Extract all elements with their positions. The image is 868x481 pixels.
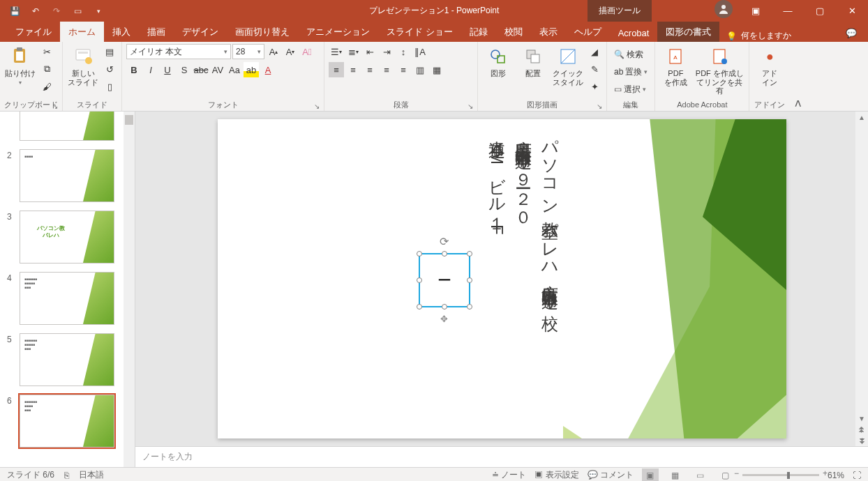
underline-icon[interactable]: U — [160, 62, 175, 77]
scroll-up-icon[interactable]: ▲ — [855, 112, 868, 123]
tell-me-search[interactable]: 💡 何をしますか — [726, 30, 791, 42]
collapse-ribbon-icon[interactable]: ᴧ — [790, 96, 805, 109]
resize-handle-bl[interactable] — [417, 304, 422, 310]
decrease-font-icon[interactable]: A▾ — [283, 44, 298, 59]
tab-format[interactable]: 図形の書式 — [657, 22, 719, 42]
thumbnail-5[interactable]: 5■■■■■■■■■■■■■■ — [0, 329, 135, 390]
tab-view[interactable]: 表示 — [531, 22, 566, 42]
redo-icon[interactable]: ↷ — [46, 1, 67, 22]
language-status[interactable]: 日本語 — [79, 469, 104, 481]
bold-icon[interactable]: B — [126, 62, 142, 77]
arrange-button[interactable]: 配置 — [517, 44, 549, 78]
shape-effects-icon[interactable]: ✦ — [587, 79, 602, 94]
save-icon[interactable]: 💾 — [4, 1, 25, 22]
layout-icon[interactable]: ▤ — [102, 44, 117, 59]
replace-button[interactable]: ab置換▾ — [611, 64, 650, 79]
autofit-options-icon[interactable]: ✥ — [440, 314, 448, 324]
tab-record[interactable]: 記録 — [461, 22, 496, 42]
numbering-icon[interactable]: ≣▾ — [345, 44, 361, 59]
create-pdf-button[interactable]: A PDF を作成 — [659, 44, 691, 86]
drawing-launcher-icon[interactable]: ↘ — [597, 102, 602, 110]
normal-view-icon[interactable]: ▣ — [642, 468, 659, 482]
slide-thumbnail-pane[interactable]: ■■■■■■■■■■ 2■■■■ 3パソコン教 パレハ 4■■■■■■■■■■■… — [0, 112, 135, 467]
resize-handle-t[interactable] — [442, 251, 447, 257]
tab-help[interactable]: ヘルプ — [566, 22, 610, 42]
zoom-slider[interactable] — [742, 474, 819, 476]
slideshow-view-icon[interactable]: ▢ — [717, 468, 734, 482]
italic-icon[interactable]: I — [143, 62, 158, 77]
decrease-indent-icon[interactable]: ⇤ — [362, 44, 377, 59]
resize-handle-br[interactable] — [467, 304, 472, 310]
textbox-content[interactable]: ー — [437, 271, 451, 290]
change-case-icon[interactable]: Aa — [227, 62, 242, 77]
columns-icon[interactable]: ▥ — [412, 62, 428, 77]
thumbnail-4[interactable]: 4■■■■■■■■■■■■■■ — [0, 268, 135, 329]
bullets-icon[interactable]: ☰▾ — [329, 44, 344, 59]
minimize-icon[interactable]: ― — [772, 0, 804, 22]
quick-styles-button[interactable]: クイック スタイル — [552, 44, 584, 86]
thumbnail-2[interactable]: 2■■■■ — [0, 145, 135, 206]
tab-slideshow[interactable]: スライド ショー — [378, 22, 461, 42]
justify-icon[interactable]: ≡ — [379, 62, 394, 77]
paste-button[interactable]: 貼り付け ▾ — [4, 44, 36, 86]
tab-home[interactable]: ホーム — [60, 22, 104, 42]
increase-indent-icon[interactable]: ⇥ — [379, 44, 394, 59]
ribbon-display-options-icon[interactable]: ▣ — [740, 0, 772, 22]
notes-pane[interactable]: ノートを入力 — [135, 446, 868, 467]
font-size-combo[interactable]: 28▾ — [232, 44, 264, 59]
tab-file[interactable]: ファイル — [7, 22, 60, 42]
close-icon[interactable]: ✕ — [836, 0, 868, 22]
resize-handle-b[interactable] — [442, 304, 447, 310]
font-name-combo[interactable]: メイリオ 本文▾ — [126, 44, 231, 59]
display-settings-toggle[interactable]: ▣ 表示設定 — [534, 469, 578, 481]
increase-font-icon[interactable]: A▴ — [266, 44, 281, 59]
start-from-beginning-icon[interactable]: ▭ — [67, 1, 88, 22]
rotation-handle-icon[interactable]: ⟳ — [440, 235, 449, 248]
addins-button[interactable]: ● アド イン — [754, 44, 786, 86]
format-painter-icon[interactable]: 🖌 — [39, 79, 54, 94]
line-spacing-icon[interactable]: ↕ — [396, 44, 411, 59]
clipboard-launcher-icon[interactable]: ↘ — [52, 102, 58, 110]
scroll-down-icon[interactable]: ▼ — [855, 413, 868, 424]
clear-formatting-icon[interactable]: A⃠ — [299, 44, 315, 59]
strikethrough-icon[interactable]: abc — [193, 62, 209, 77]
tab-animations[interactable]: アニメーション — [298, 22, 378, 42]
reset-icon[interactable]: ↺ — [102, 61, 117, 77]
account-avatar-icon[interactable] — [714, 0, 733, 18]
font-launcher-icon[interactable]: ↘ — [314, 102, 320, 110]
slide-canvas[interactable]: パソコン教室パレハ広島市中区本通り校 広島県広島市中区本通り９ー２０ 本通りMビ… — [218, 119, 786, 438]
tab-insert[interactable]: 挿入 — [104, 22, 139, 42]
paragraph-launcher-icon[interactable]: ↘ — [467, 102, 473, 110]
comments-toggle[interactable]: 💬 コメント — [588, 469, 634, 481]
smartart-icon[interactable]: ▦ — [429, 62, 444, 77]
tab-draw[interactable]: 描画 — [139, 22, 174, 42]
align-right-icon[interactable]: ≡ — [362, 62, 377, 77]
slide-text-line1[interactable]: パソコン教室パレハ広島市中区本通り校 — [536, 128, 562, 303]
resize-handle-tr[interactable] — [467, 251, 472, 257]
maximize-icon[interactable]: ▢ — [804, 0, 836, 22]
tab-transitions[interactable]: 画面切り替え — [227, 22, 298, 42]
undo-icon[interactable]: ↶ — [25, 1, 46, 22]
next-slide-icon[interactable]: ⯯ — [855, 435, 868, 446]
zoom-level[interactable]: 61% — [828, 471, 844, 480]
new-slide-button[interactable]: 新しい スライド — [67, 44, 99, 86]
zoom-slider-thumb[interactable] — [787, 472, 790, 479]
resize-handle-r[interactable] — [467, 277, 472, 283]
reading-view-icon[interactable]: ▭ — [692, 468, 709, 482]
thumbnail-1[interactable]: ■■■■■■■■■■ — [0, 112, 135, 145]
tab-acrobat[interactable]: Acrobat — [610, 24, 658, 42]
shape-outline-icon[interactable]: ✎ — [587, 61, 602, 77]
slide-text-line3[interactable]: 本通りMビル１F — [483, 128, 509, 236]
fit-to-window-icon[interactable]: ⛶ — [853, 471, 861, 480]
shape-fill-icon[interactable]: ◢ — [587, 44, 602, 59]
align-center-icon[interactable]: ≡ — [345, 62, 361, 77]
find-button[interactable]: 🔍検索 — [611, 47, 650, 62]
text-direction-icon[interactable]: ‖A — [412, 44, 428, 59]
canvas-scrollbar[interactable]: ▲ ▼ ⯭ ⯯ — [855, 112, 868, 446]
shapes-button[interactable]: 図形 — [482, 44, 514, 78]
cut-icon[interactable]: ✂ — [39, 44, 54, 59]
spellcheck-icon[interactable]: ⎘ — [64, 471, 69, 480]
section-icon[interactable]: ▯ — [102, 79, 117, 94]
select-button[interactable]: ▭選択▾ — [611, 82, 650, 97]
char-spacing-icon[interactable]: AV — [210, 62, 225, 77]
